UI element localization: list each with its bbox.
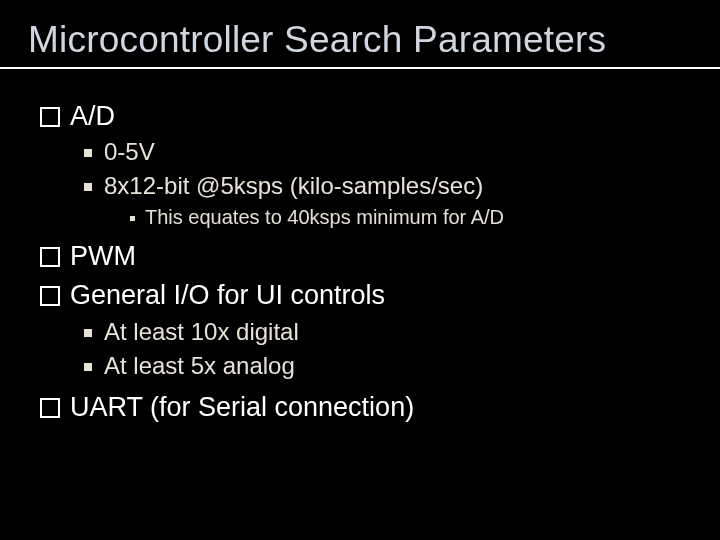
- bullet-ad-resolution: 8x12-bit @5ksps (kilo-samples/sec): [84, 171, 680, 201]
- checkbox-icon: [40, 286, 60, 306]
- bullet-gio: General I/O for UI controls: [40, 279, 680, 313]
- title-bar: Microcontroller Search Parameters: [0, 0, 720, 69]
- square-bullet-icon: [84, 183, 92, 191]
- slide-body: A/D 0-5V 8x12-bit @5ksps (kilo-samples/s…: [0, 69, 720, 425]
- square-bullet-icon: [84, 329, 92, 337]
- slide: Microcontroller Search Parameters A/D 0-…: [0, 0, 720, 540]
- dot-bullet-icon: [130, 216, 135, 221]
- bullet-label: At least 5x analog: [104, 351, 295, 381]
- bullet-pwm: PWM: [40, 240, 680, 274]
- bullet-label: UART (for Serial connection): [70, 391, 414, 425]
- bullet-gio-analog: At least 5x analog: [84, 351, 680, 381]
- bullet-label: 8x12-bit @5ksps (kilo-samples/sec): [104, 171, 483, 201]
- bullet-uart: UART (for Serial connection): [40, 391, 680, 425]
- bullet-label: 0-5V: [104, 137, 155, 167]
- bullet-label: General I/O for UI controls: [70, 279, 385, 313]
- bullet-ad: A/D: [40, 100, 680, 134]
- bullet-label: PWM: [70, 240, 136, 274]
- checkbox-icon: [40, 247, 60, 267]
- bullet-ad-voltage: 0-5V: [84, 137, 680, 167]
- bullet-gio-digital: At least 10x digital: [84, 317, 680, 347]
- checkbox-icon: [40, 107, 60, 127]
- square-bullet-icon: [84, 363, 92, 371]
- slide-title: Microcontroller Search Parameters: [28, 20, 692, 61]
- checkbox-icon: [40, 398, 60, 418]
- square-bullet-icon: [84, 149, 92, 157]
- bullet-label: At least 10x digital: [104, 317, 299, 347]
- bullet-ad-note: This equates to 40ksps minimum for A/D: [130, 205, 680, 230]
- bullet-label: A/D: [70, 100, 115, 134]
- bullet-label: This equates to 40ksps minimum for A/D: [145, 205, 504, 230]
